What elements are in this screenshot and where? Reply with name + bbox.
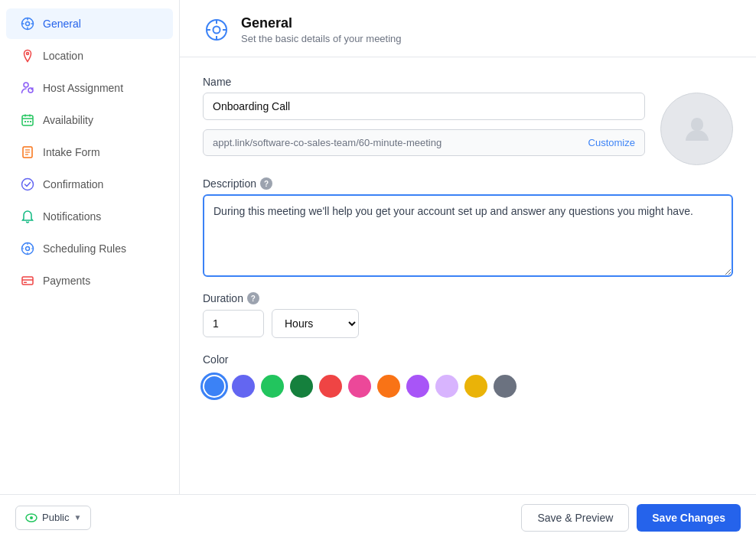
color-swatch-pink[interactable] — [348, 375, 371, 398]
sidebar-item-general[interactable]: General — [6, 8, 173, 39]
duration-row: Minutes Hours Days — [203, 309, 733, 338]
customize-link[interactable]: Customize — [588, 137, 635, 148]
name-input[interactable] — [203, 93, 645, 120]
page-header: General Set the basic details of your me… — [180, 0, 756, 57]
eye-icon — [25, 512, 37, 524]
color-swatch-indigo[interactable] — [232, 375, 255, 398]
sidebar-item-availability[interactable]: Availability — [6, 105, 173, 135]
chevron-down-icon: ▼ — [73, 513, 81, 522]
description-label: Description ? — [203, 177, 733, 190]
color-swatches — [203, 375, 733, 398]
host-icon — [20, 80, 35, 96]
name-label: Name — [203, 76, 645, 88]
intake-icon — [20, 145, 35, 160]
color-swatch-red[interactable] — [319, 375, 342, 398]
sidebar-item-notifications[interactable]: Notifications — [6, 201, 173, 232]
sidebar-item-host-assignment[interactable]: Host Assignment — [6, 73, 173, 103]
color-swatch-yellow[interactable] — [464, 375, 487, 398]
description-help-icon[interactable]: ? — [260, 177, 272, 190]
svg-point-1 — [26, 22, 30, 26]
description-group: Description ? — [203, 177, 733, 277]
page-header-icon — [203, 16, 230, 44]
avatar[interactable] — [660, 93, 733, 165]
public-label: Public — [42, 512, 69, 523]
color-swatch-dark-green[interactable] — [290, 375, 313, 398]
color-swatch-blue[interactable] — [203, 375, 226, 398]
sidebar-item-notifications-label: Notifications — [43, 210, 101, 223]
sidebar-item-general-label: General — [43, 18, 81, 30]
save-preview-button[interactable]: Save & Preview — [521, 504, 629, 532]
sidebar-item-confirmation-label: Confirmation — [43, 178, 103, 190]
color-group: Color — [203, 353, 733, 398]
sidebar-item-intake-form[interactable]: Intake Form — [6, 137, 173, 168]
svg-point-22 — [26, 247, 30, 251]
sidebar-item-payments[interactable]: Payments — [6, 265, 173, 296]
general-icon — [20, 16, 35, 31]
form-area: Name appt.link/software-co-sales-team/60… — [180, 57, 756, 494]
sidebar-item-availability-label: Availability — [43, 114, 93, 126]
svg-point-20 — [22, 179, 34, 190]
sidebar-item-location[interactable]: Location — [6, 41, 173, 71]
svg-point-6 — [27, 53, 29, 55]
url-row: appt.link/software-co-sales-team/60-minu… — [203, 129, 645, 156]
svg-rect-15 — [30, 121, 31, 122]
svg-rect-13 — [24, 121, 26, 122]
page-header-text: General Set the basic details of your me… — [241, 15, 402, 44]
svg-point-27 — [213, 27, 220, 34]
svg-point-7 — [24, 83, 28, 87]
public-badge-button[interactable]: Public ▼ — [15, 506, 91, 530]
duration-group: Duration ? Minutes Hours Days — [203, 292, 733, 338]
page-subtitle: Set the basic details of your meeting — [241, 33, 402, 44]
location-icon — [20, 48, 35, 63]
color-swatch-gray[interactable] — [494, 375, 516, 398]
notifications-icon — [20, 209, 35, 224]
duration-help-icon[interactable]: ? — [247, 292, 259, 304]
app-container: General Location Host Assignment — [0, 0, 756, 494]
url-text: appt.link/software-co-sales-team/60-minu… — [213, 137, 588, 148]
svg-point-33 — [30, 516, 33, 519]
sidebar: General Location Host Assignment — [0, 0, 180, 494]
payments-icon — [20, 273, 35, 288]
sidebar-item-host-label: Host Assignment — [43, 82, 123, 94]
confirmation-icon — [20, 177, 35, 192]
svg-rect-25 — [24, 282, 27, 284]
sidebar-item-payments-label: Payments — [43, 275, 90, 287]
svg-rect-9 — [22, 115, 33, 125]
description-textarea[interactable] — [203, 194, 733, 277]
sidebar-item-confirmation[interactable]: Confirmation — [6, 169, 173, 200]
name-group: Name appt.link/software-co-sales-team/60… — [203, 76, 645, 156]
rules-icon — [20, 241, 35, 256]
sidebar-item-location-label: Location — [43, 50, 83, 62]
main-content: General Set the basic details of your me… — [180, 0, 756, 494]
sidebar-item-scheduling-label: Scheduling Rules — [43, 242, 126, 255]
avatar-container — [660, 76, 733, 165]
availability-icon — [20, 112, 35, 128]
color-swatch-orange[interactable] — [377, 375, 400, 398]
svg-rect-23 — [22, 277, 33, 285]
color-swatch-light-purple[interactable] — [435, 375, 458, 398]
color-swatch-green[interactable] — [261, 375, 284, 398]
duration-input[interactable] — [203, 310, 264, 337]
sidebar-item-intake-label: Intake Form — [43, 146, 100, 158]
svg-rect-14 — [28, 121, 29, 122]
page-title: General — [241, 15, 402, 31]
save-changes-button[interactable]: Save Changes — [637, 504, 741, 532]
color-swatch-purple[interactable] — [406, 375, 429, 398]
bottom-bar: Public ▼ Save & Preview Save Changes — [0, 494, 756, 540]
duration-select[interactable]: Minutes Hours Days — [272, 309, 359, 338]
color-label: Color — [203, 353, 733, 366]
sidebar-item-scheduling-rules[interactable]: Scheduling Rules — [6, 233, 173, 264]
duration-label: Duration ? — [203, 292, 733, 304]
bottom-actions: Save & Preview Save Changes — [521, 504, 741, 532]
